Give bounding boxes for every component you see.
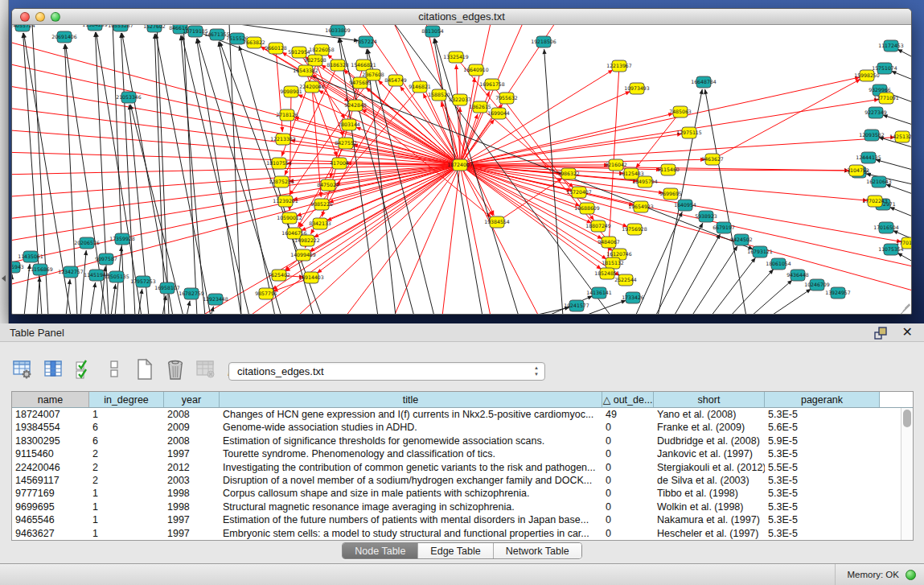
graph-node[interactable]: 12505135 xyxy=(104,271,129,282)
table-row[interactable]: 911546021997Tourette syndrome. Phenomeno… xyxy=(12,447,913,460)
network-window-titlebar[interactable]: citations_edges.txt xyxy=(12,9,911,25)
graph-node[interactable]: 10688609 xyxy=(574,203,600,214)
table-row[interactable]: 969969511998Structural magnetic resonanc… xyxy=(12,501,913,513)
graph-node[interactable]: 16640910 xyxy=(463,64,489,76)
graph-node[interactable]: 9385226 xyxy=(310,199,333,210)
graph-node[interactable]: 10241577 xyxy=(564,300,589,311)
graph-node[interactable]: 9436448 xyxy=(786,270,809,281)
column-header-in_degree[interactable]: in_degree xyxy=(89,392,164,407)
graph-node[interactable]: 8454749 xyxy=(384,75,407,86)
graph-node[interactable]: 9424502 xyxy=(730,234,753,245)
graph-node[interactable]: 12213383 xyxy=(270,134,296,145)
graph-node[interactable]: 19218506 xyxy=(531,36,556,47)
graph-node[interactable]: 21053346 xyxy=(116,92,142,103)
deselect-rows-icon[interactable] xyxy=(103,357,125,381)
graph-node[interactable]: 417004 xyxy=(330,158,349,169)
graph-node[interactable]: 13325419 xyxy=(443,51,469,63)
column-header-short[interactable]: short xyxy=(654,392,765,407)
graph-node[interactable]: 8813054 xyxy=(421,26,444,37)
delete-icon[interactable] xyxy=(164,357,187,381)
graph-node[interactable]: 14099489 xyxy=(290,249,316,261)
graph-node[interactable]: 8342133 xyxy=(309,218,331,229)
graph-node[interactable]: 5938923 xyxy=(695,211,717,222)
graph-node[interactable]: 10590012 xyxy=(277,212,302,224)
graph-node[interactable]: 19384554 xyxy=(484,216,510,228)
graph-node[interactable]: 9484067 xyxy=(598,237,620,248)
tab-edge-table[interactable]: Edge Table xyxy=(417,543,492,558)
graph-node[interactable]: 10553287 xyxy=(108,25,133,31)
table-row[interactable]: 1456911722003Disruption of a novel membe… xyxy=(12,474,913,487)
column-header-title[interactable]: title xyxy=(220,392,602,407)
table-row[interactable]: 946362711997Embryonic stem cells: a mode… xyxy=(12,527,913,540)
graph-node[interactable]: 18226058 xyxy=(309,44,335,56)
graph-node[interactable]: 2718126 xyxy=(276,109,298,121)
panel-grip-icon[interactable] xyxy=(2,275,6,282)
graph-node[interactable]: 16033809 xyxy=(325,25,351,36)
graph-node[interactable]: 9463627 xyxy=(701,154,724,165)
graph-node[interactable]: 9227349 xyxy=(864,107,887,118)
graph-node[interactable]: 16793121 xyxy=(747,246,773,257)
graph-node[interactable]: 18061054 xyxy=(766,258,791,270)
table-row[interactable]: 977716911998Corpus callosum shape and si… xyxy=(12,487,913,500)
graph-node[interactable]: 18495794 xyxy=(632,176,658,187)
scrollbar-thumb[interactable] xyxy=(903,410,911,427)
graph-node[interactable]: 12444135 xyxy=(856,152,881,163)
window-resize-grip[interactable] xyxy=(898,301,910,312)
graph-node[interactable]: 16961758 xyxy=(479,79,505,90)
graph-node[interactable]: 1640954 xyxy=(674,200,696,211)
graph-node[interactable]: 11156869 xyxy=(27,264,53,275)
graph-node[interactable]: 9146821 xyxy=(409,81,431,93)
tab-network-table[interactable]: Network Table xyxy=(493,543,581,558)
collapsed-panel-strip[interactable] xyxy=(0,0,9,323)
graph-node[interactable]: 2803144 xyxy=(338,119,360,130)
graph-node[interactable]: 19756928 xyxy=(622,224,647,235)
table-row[interactable]: 2242004622012Investigating the contribut… xyxy=(12,461,913,474)
graph-node[interactable]: 12923448 xyxy=(203,294,228,305)
column-header-out_de[interactable]: △ out_de... xyxy=(602,392,654,407)
graph-node[interactable]: 12975115 xyxy=(676,127,702,138)
vertical-scrollbar[interactable] xyxy=(901,408,913,540)
graph-node[interactable]: 7986322 xyxy=(557,168,580,179)
graph-node[interactable]: 20691406 xyxy=(51,31,77,43)
graph-node[interactable]: 1733426 xyxy=(622,292,644,303)
graph-node[interactable]: 1815132 xyxy=(602,257,624,269)
graph-node[interactable]: 12213967 xyxy=(606,60,632,72)
graph-node[interactable]: 1527602 xyxy=(143,25,166,32)
graph-node[interactable]: 9857791 xyxy=(255,288,277,299)
new-document-icon[interactable] xyxy=(133,357,156,381)
graph-node[interactable]: 18807249 xyxy=(585,220,611,232)
graph-node[interactable]: 18107554 xyxy=(266,158,292,169)
network-window[interactable]: citations_edges.txt 18724007240557242069… xyxy=(11,8,912,315)
table-select-dropdown[interactable]: citations_edges.txt ▲▼ xyxy=(228,362,545,381)
graph-node[interactable]: 14251323 xyxy=(889,131,911,142)
table-row[interactable]: 1830029562008Estimation of significance … xyxy=(12,435,913,447)
tab-node-table[interactable]: Node Table xyxy=(343,543,417,558)
float-window-icon[interactable] xyxy=(874,327,889,340)
graph-node[interactable]: 7955632 xyxy=(495,93,518,104)
column-header-pagerank[interactable]: pagerank xyxy=(765,392,880,407)
select-all-rows-icon[interactable] xyxy=(72,357,95,381)
graph-node[interactable]: 10246709 xyxy=(804,279,830,290)
table-panel-titlebar[interactable]: Table Panel ✕ xyxy=(0,323,924,342)
table-row[interactable]: 946554611997Estimation of the future num… xyxy=(12,513,913,526)
graph-node[interactable]: 12342757 xyxy=(58,266,84,278)
graph-node[interactable]: 15720407 xyxy=(566,187,592,198)
graph-node[interactable]: 17957253 xyxy=(130,276,156,287)
graph-node[interactable]: 19654923 xyxy=(628,201,654,212)
table-row[interactable]: 1938455462009Genome-wide association stu… xyxy=(12,421,913,434)
graph-node[interactable]: 7625402 xyxy=(268,270,290,281)
graph-node[interactable]: 16648784 xyxy=(691,76,717,88)
graph-node[interactable]: 16914403 xyxy=(298,272,324,283)
graph-node[interactable]: 14982222 xyxy=(294,235,320,246)
graph-node[interactable]: 11435061 xyxy=(18,251,43,262)
select-columns-icon[interactable] xyxy=(42,357,64,381)
graph-node[interactable]: 12875236 xyxy=(269,176,294,187)
graph-node[interactable]: 9115460 xyxy=(657,164,680,175)
graph-node[interactable]: 16782759 xyxy=(179,288,204,299)
graph-node[interactable]: 9660128 xyxy=(265,43,287,54)
graph-node[interactable]: 8186328 xyxy=(326,60,349,71)
graph-node[interactable]: 13924957 xyxy=(825,287,851,299)
graph-node[interactable]: 9699695 xyxy=(659,188,682,200)
graph-node[interactable]: 7857224 xyxy=(355,36,377,47)
graph-node[interactable]: 1588520 xyxy=(428,89,450,101)
